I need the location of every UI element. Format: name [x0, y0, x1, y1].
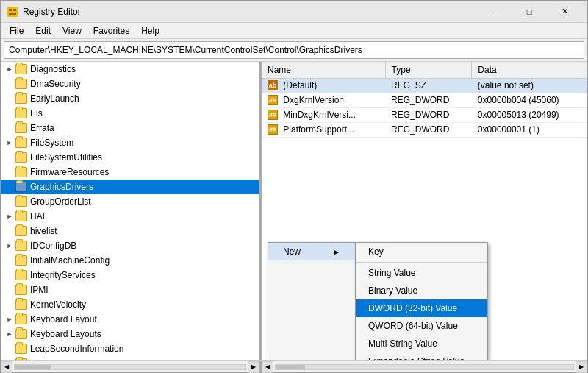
right-h-scrollbar[interactable]: ◀ ▶: [262, 361, 587, 372]
separator: [356, 262, 487, 263]
folder-icon: [15, 358, 27, 360]
registry-table: Name Type Data ab (Default) REG_SZ (valu…: [262, 62, 587, 138]
context-menu-overlay: New ► Key String Value Binary Value DWOR…: [268, 242, 488, 360]
tree-item-initialmachineconfig[interactable]: InitialMachineConfig: [1, 253, 259, 268]
tree-item-lsa[interactable]: ► Lsa: [1, 356, 259, 360]
svg-rect-3: [9, 13, 16, 15]
tree-item-idconfigdb[interactable]: ► IDConfigDB: [1, 238, 259, 253]
tree-label: FirmwareResources: [30, 167, 109, 177]
cell-name: ## MinDxgKrnlVersi...: [262, 107, 385, 122]
h-scrollbar-thumb[interactable]: [276, 365, 305, 369]
tree-item-leapsecondinformation[interactable]: LeapSecondInformation: [1, 341, 259, 356]
menu-favorites[interactable]: Favorites: [87, 24, 135, 38]
expand-arrow: ►: [4, 210, 15, 222]
folder-icon: [15, 255, 27, 266]
table-row[interactable]: ## MinDxgKrnlVersi... REG_DWORD 0x000050…: [262, 107, 587, 122]
address-text: Computer\HKEY_LOCAL_MACHINE\SYSTEM\Curre…: [9, 45, 362, 55]
scroll-right-arrow[interactable]: ▶: [248, 361, 259, 373]
col-data[interactable]: Data: [472, 62, 587, 78]
cell-name: ## DxgKrnlVersion: [262, 93, 385, 107]
table-row[interactable]: ab (Default) REG_SZ (value not set): [262, 78, 587, 93]
folder-icon: [15, 108, 27, 118]
cell-data: 0x00005013 (20499): [472, 107, 587, 122]
tree-item-integrityservices[interactable]: IntegrityServices: [1, 268, 259, 283]
tree-panel[interactable]: ► Diagnostics DmaSecurity EarlyLaunch El…: [1, 62, 262, 360]
window-title: Registry Editor: [23, 7, 477, 17]
tree-item-diagnostics[interactable]: ► Diagnostics: [1, 62, 259, 77]
expand-arrow: [4, 255, 15, 266]
registry-editor-window: Registry Editor — □ ✕ File Edit View Fav…: [0, 0, 588, 373]
tree-item-graphicsdrivers[interactable]: GraphicsDrivers: [1, 180, 259, 194]
tree-item-keyboard-layouts[interactable]: ► Keyboard Layouts: [1, 327, 259, 341]
tree-item-filesystem[interactable]: ► FileSystem: [1, 135, 259, 150]
left-h-scrollbar[interactable]: ◀ ▶: [1, 361, 262, 372]
tree-item-els[interactable]: Els: [1, 106, 259, 121]
folder-icon: [15, 285, 27, 295]
expand-arrow: [4, 196, 15, 207]
expand-arrow: [4, 152, 15, 163]
close-button[interactable]: ✕: [548, 1, 581, 23]
folder-icon: [15, 211, 27, 221]
tree-item-hivelist[interactable]: hivelist: [1, 224, 259, 238]
maximize-button[interactable]: □: [512, 1, 546, 23]
tree-item-grouporderlist[interactable]: GroupOrderList: [1, 194, 259, 209]
submenu-arrow: ►: [333, 248, 340, 256]
expand-arrow: [4, 107, 15, 119]
context-menu: New ►: [268, 242, 356, 360]
scroll-left-arrow[interactable]: ◀: [262, 361, 273, 373]
folder-icon: [15, 270, 27, 280]
submenu-item-dword[interactable]: DWORD (32-bit) Value: [356, 299, 487, 317]
col-name[interactable]: Name: [262, 62, 385, 78]
tree-label: GraphicsDrivers: [30, 182, 93, 192]
col-type[interactable]: Type: [385, 62, 472, 78]
svg-rect-2: [13, 9, 16, 11]
scroll-right-arrow[interactable]: ▶: [576, 361, 587, 373]
submenu-item-binary[interactable]: Binary Value: [356, 282, 487, 299]
table-row[interactable]: ## PlatformSupport... REG_DWORD 0x000000…: [262, 122, 587, 137]
folder-icon: [15, 167, 27, 177]
tree-label: Errata: [30, 123, 54, 133]
submenu-item-qword[interactable]: QWORD (64-bit) Value: [356, 317, 487, 335]
address-bar[interactable]: Computer\HKEY_LOCAL_MACHINE\SYSTEM\Curre…: [4, 41, 584, 59]
tree-item-kernelvelocity[interactable]: KernelVelocity: [1, 297, 259, 312]
tree-item-ipmi[interactable]: IPMI: [1, 283, 259, 297]
context-menu-new[interactable]: New ►: [268, 243, 355, 260]
submenu-item-expandable[interactable]: Expandable String Value: [356, 352, 487, 360]
expand-arrow: ►: [4, 358, 15, 360]
menu-edit[interactable]: Edit: [29, 24, 57, 38]
folder-icon: [15, 123, 27, 133]
h-scrollbar-thumb[interactable]: [15, 365, 51, 369]
cell-data: 0x0000b004 (45060): [472, 93, 587, 107]
minimize-button[interactable]: —: [477, 1, 511, 23]
submenu: Key String Value Binary Value DWORD (32-…: [356, 242, 488, 360]
expand-arrow: [4, 93, 15, 104]
tree-item-hal[interactable]: ► HAL: [1, 209, 259, 224]
tree-label: FileSystemUtilities: [30, 152, 102, 163]
tree-item-earlylaunch[interactable]: EarlyLaunch: [1, 91, 259, 106]
menu-help[interactable]: Help: [135, 24, 165, 38]
menu-file[interactable]: File: [4, 24, 29, 38]
submenu-item-key[interactable]: Key: [356, 243, 487, 260]
title-bar: Registry Editor — □ ✕: [1, 1, 587, 23]
tree-label: Lsa: [30, 358, 44, 360]
expand-arrow: [4, 225, 15, 237]
cell-data: 0x00000001 (1): [472, 122, 587, 137]
folder-icon: [15, 152, 27, 163]
window-controls: — □ ✕: [477, 1, 581, 23]
tree-item-filesystemutilities[interactable]: FileSystemUtilities: [1, 150, 259, 165]
folder-icon: [15, 93, 27, 104]
submenu-item-multistring[interactable]: Multi-String Value: [356, 335, 487, 352]
main-content: ► Diagnostics DmaSecurity EarlyLaunch El…: [1, 61, 587, 360]
tree-item-errata[interactable]: Errata: [1, 121, 259, 135]
cell-type: REG_SZ: [385, 78, 472, 93]
tree-item-dmasecurity[interactable]: DmaSecurity: [1, 77, 259, 91]
menu-view[interactable]: View: [57, 24, 87, 38]
scroll-left-arrow[interactable]: ◀: [1, 361, 12, 373]
reg-icon: ##: [268, 124, 278, 135]
tree-item-keyboard-layout[interactable]: ► Keyboard Layout: [1, 312, 259, 327]
tree-item-firmwareresources[interactable]: FirmwareResources: [1, 165, 259, 180]
table-row[interactable]: ## DxgKrnlVersion REG_DWORD 0x0000b004 (…: [262, 93, 587, 107]
new-label: New: [283, 246, 301, 257]
submenu-item-string[interactable]: String Value: [356, 264, 487, 282]
folder-icon: [15, 226, 27, 236]
